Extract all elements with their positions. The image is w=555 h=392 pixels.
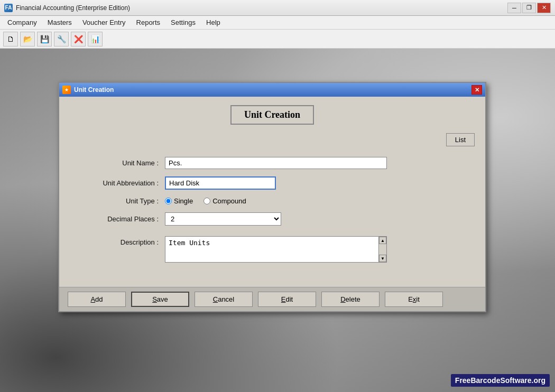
dialog-body: Unit Creation List Unit Name : Unit Abbr… [59, 97, 485, 276]
toolbar-reports[interactable]: 📊 [88, 32, 103, 46]
list-button[interactable]: List [446, 133, 475, 146]
toolbar-delete[interactable]: ❌ [71, 32, 86, 46]
scroll-down-button[interactable]: ▼ [379, 255, 386, 262]
radio-single[interactable] [165, 198, 172, 204]
unit-abbr-input[interactable] [165, 176, 276, 190]
decimal-places-label: Decimal Places : [80, 215, 165, 223]
cancel-button[interactable]: Cancel [195, 292, 253, 307]
edit-button[interactable]: Edit [258, 292, 316, 307]
menu-settings[interactable]: Settings [165, 17, 201, 28]
radio-compound[interactable] [204, 198, 210, 204]
menu-company[interactable]: Company [2, 17, 42, 28]
unit-type-label: Unit Type : [80, 197, 165, 205]
close-button[interactable]: ✕ [537, 3, 551, 13]
dialog-close-button[interactable]: ✕ [471, 85, 482, 95]
restore-button[interactable]: ❐ [522, 3, 536, 13]
watermark: FreeBarcodeSoftware.org [451, 374, 550, 387]
dialog-titlebar: ★ Unit Creation ✕ [59, 83, 485, 97]
window-controls: ─ ❐ ✕ [507, 3, 551, 13]
unit-abbr-row: Unit Abbreviation : [80, 176, 464, 190]
description-label: Description : [80, 236, 165, 246]
toolbar: 🗋 📂 💾 🔧 ❌ 📊 [0, 30, 555, 49]
toolbar-settings[interactable]: 🔧 [54, 32, 69, 46]
title-bar: FA Financial Accounting (Enterprise Edit… [0, 0, 555, 16]
menu-reports[interactable]: Reports [131, 17, 166, 28]
list-button-wrap: List [70, 133, 475, 146]
add-button[interactable]: Add [68, 292, 126, 307]
unit-type-row: Unit Type : Single Compound [80, 197, 464, 205]
decimal-places-row: Decimal Places : 0 1 2 3 4 5 6 [80, 212, 464, 226]
form-area: Unit Name : Unit Abbreviation : Unit Typ… [70, 157, 475, 263]
unit-creation-dialog: ★ Unit Creation ✕ Unit Creation List Uni… [58, 82, 486, 312]
menu-voucher-entry[interactable]: Voucher Entry [77, 17, 131, 28]
delete-button[interactable]: Delete [321, 292, 380, 307]
dialog-heading: Unit Creation [230, 105, 314, 125]
menu-help[interactable]: Help [201, 17, 226, 28]
minimize-button[interactable]: ─ [507, 3, 521, 13]
scroll-up-button[interactable]: ▲ [379, 237, 386, 244]
dialog-heading-wrap: Unit Creation [70, 105, 475, 125]
radio-compound-text: Compound [212, 197, 246, 205]
unit-name-label: Unit Name : [80, 159, 165, 167]
menu-bar: Company Masters Voucher Entry Reports Se… [0, 16, 555, 30]
toolbar-open[interactable]: 📂 [20, 32, 35, 46]
app-icon: FA [4, 4, 13, 12]
description-wrapper: ▲ ▼ [165, 236, 387, 263]
save-button[interactable]: Save [131, 292, 189, 307]
description-input[interactable] [165, 236, 387, 263]
dialog-icon: ★ [62, 86, 71, 94]
menu-masters[interactable]: Masters [42, 17, 77, 28]
decimal-places-select[interactable]: 0 1 2 3 4 5 6 [165, 212, 281, 226]
exit-button[interactable]: Exit [385, 292, 443, 307]
radio-single-label[interactable]: Single [165, 197, 193, 205]
description-scrollbar: ▲ ▼ [378, 236, 387, 263]
unit-name-row: Unit Name : [80, 157, 464, 169]
description-row: Description : ▲ ▼ [80, 236, 464, 263]
unit-abbr-label: Unit Abbreviation : [80, 179, 165, 187]
toolbar-new[interactable]: 🗋 [3, 32, 18, 46]
dialog-footer: Add Save Cancel Edit Delete Exit [59, 287, 485, 311]
radio-single-text: Single [174, 197, 193, 205]
unit-name-input[interactable] [165, 157, 387, 169]
radio-compound-label[interactable]: Compound [204, 197, 246, 205]
toolbar-save[interactable]: 💾 [37, 32, 52, 46]
dialog-title-text: Unit Creation [74, 86, 114, 94]
unit-type-radio-group: Single Compound [165, 197, 246, 205]
app-title: Financial Accounting (Enterprise Edition… [16, 4, 130, 12]
